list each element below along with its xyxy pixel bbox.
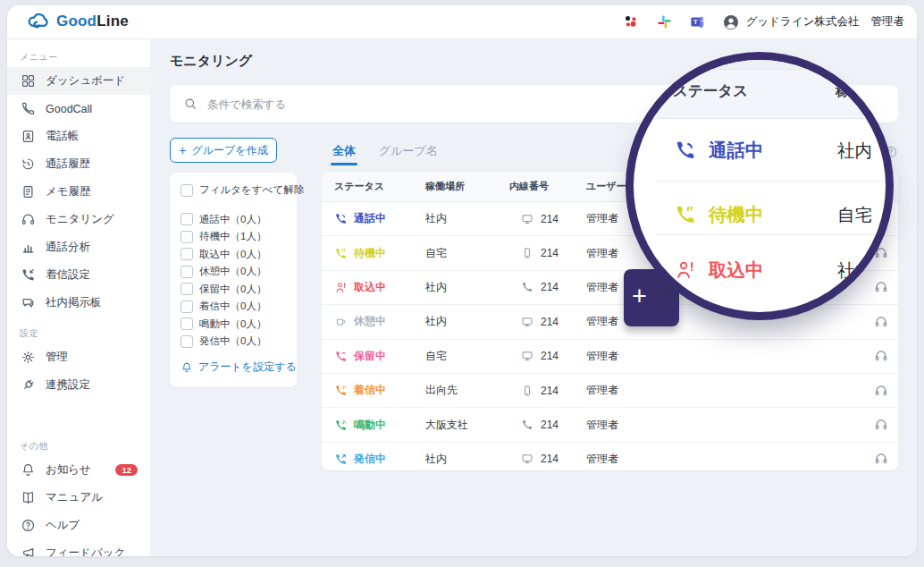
- monitor-icon: [521, 453, 533, 465]
- teams-icon[interactable]: T: [689, 13, 706, 30]
- filter-checkbox-item[interactable]: 休憩中（0人）: [181, 263, 297, 281]
- status-label: 発信中: [354, 452, 386, 467]
- filter-label: 保留中（0人）: [199, 283, 266, 296]
- filter-checkbox-item[interactable]: 保留中（0人）: [181, 281, 297, 299]
- status-label: 取込中: [354, 280, 386, 295]
- phonebook-icon: [21, 129, 36, 144]
- checkbox[interactable]: [181, 184, 193, 197]
- table-row: 保留中自宅214管理者: [322, 340, 898, 374]
- create-group-button[interactable]: + グループを作成: [170, 138, 277, 163]
- set-alert-link[interactable]: アラートを設定する: [181, 360, 297, 375]
- listen-in-headset-icon[interactable]: [874, 315, 888, 329]
- sidebar-item[interactable]: フィードバック: [7, 539, 150, 556]
- account-menu[interactable]: グッドライン株式会社 管理者: [722, 13, 904, 31]
- magnified-location: 社内: [837, 139, 872, 163]
- sidebar-section: メニューダッシュボードGoodCall電話帳通話履歴メモ履歴モニタリング通話分析…: [7, 51, 150, 317]
- sidebar-item[interactable]: メモ履歴: [7, 178, 150, 206]
- sidebar-item-label: ダッシュボード: [46, 73, 125, 89]
- dots-app-icon[interactable]: [623, 13, 640, 30]
- filter-checkbox-item[interactable]: 鳴動中（0人）: [181, 316, 297, 334]
- extension-number: 214: [541, 453, 559, 465]
- user-role: 管理者: [871, 14, 905, 30]
- headset-icon: [21, 212, 36, 227]
- history-icon: [21, 157, 36, 172]
- sidebar-item-label: モニタリング: [46, 212, 114, 227]
- sidebar-item[interactable]: GoodCall: [7, 95, 150, 123]
- sidebar-item-label: 連携設定: [46, 377, 90, 393]
- extension-number: 214: [541, 385, 559, 397]
- header-location: 稼働場所: [425, 180, 509, 193]
- checkbox[interactable]: [181, 317, 193, 330]
- sidebar: メニューダッシュボードGoodCall電話帳通話履歴メモ履歴モニタリング通話分析…: [7, 38, 150, 556]
- checkbox[interactable]: [181, 300, 193, 313]
- extension-number: 214: [541, 247, 559, 259]
- checkbox[interactable]: [181, 283, 193, 295]
- filter-checkbox-item[interactable]: 取込中（0人）: [181, 246, 297, 264]
- sidebar-item-label: 着信設定: [46, 267, 90, 283]
- tab-all[interactable]: 全体: [332, 143, 356, 165]
- checkbox[interactable]: [181, 266, 193, 278]
- phone-icon: [21, 101, 36, 116]
- status-label: 保留中: [354, 349, 386, 364]
- listen-in-headset-icon[interactable]: [874, 452, 888, 466]
- extension-number: 214: [541, 281, 559, 293]
- table-row: 発信中社内214管理者: [322, 443, 898, 470]
- page-title: モニタリング: [170, 53, 252, 70]
- magnified-row: 通話中社内: [634, 129, 886, 172]
- filter-checkbox-item[interactable]: 待機中（1人）: [181, 228, 297, 246]
- extension-number: 214: [541, 213, 559, 225]
- sidebar-item[interactable]: 電話帳: [7, 123, 150, 150]
- sidebar-item-label: フィードバック: [46, 546, 125, 556]
- sidebar-item[interactable]: 着信設定: [7, 261, 150, 289]
- filter-checkbox-item[interactable]: 着信中（0人）: [181, 298, 297, 316]
- filter-label: 通話中（0人）: [199, 213, 266, 226]
- checkbox[interactable]: [181, 335, 193, 348]
- sidebar-item[interactable]: 連携設定: [7, 371, 150, 399]
- location-cell: 社内: [425, 314, 509, 329]
- phone-ring-icon: [334, 419, 348, 432]
- help-icon: [21, 518, 36, 533]
- listen-in-headset-icon[interactable]: [874, 384, 888, 398]
- sidebar-item-label: 通話分析: [46, 240, 90, 255]
- sidebar-item-label: お知らせ: [46, 462, 91, 478]
- checkbox[interactable]: [181, 248, 193, 260]
- filter-label: 待機中（1人）: [199, 230, 266, 243]
- listen-in-headset-icon[interactable]: [874, 418, 888, 432]
- sidebar-item[interactable]: 通話分析: [7, 233, 150, 261]
- avatar-icon: [722, 13, 740, 31]
- location-cell: 出向先: [425, 383, 509, 398]
- sidebar-item[interactable]: ヘルプ: [7, 512, 150, 539]
- user-cell: 管理者: [586, 383, 868, 398]
- search-input[interactable]: [206, 90, 710, 119]
- checkbox[interactable]: [181, 231, 193, 243]
- sidebar-item[interactable]: お知らせ12: [7, 456, 150, 484]
- manual-icon: [21, 490, 36, 505]
- person-alert-icon: [674, 258, 697, 282]
- listen-in-headset-icon[interactable]: [874, 349, 888, 363]
- filter-checkbox-item[interactable]: 通話中（0人）: [181, 211, 297, 229]
- sidebar-item[interactable]: マニュアル: [7, 484, 150, 512]
- sidebar-item[interactable]: 社内掲示板: [7, 289, 150, 317]
- slack-icon[interactable]: [656, 13, 673, 30]
- table-row: 着信中出向先214管理者: [322, 374, 898, 408]
- svg-text:T: T: [693, 18, 698, 26]
- monitor-icon: [521, 213, 533, 225]
- sidebar-item[interactable]: モニタリング: [7, 206, 150, 233]
- listen-in-headset-icon[interactable]: [874, 280, 888, 294]
- filter-checkbox-item[interactable]: 発信中（0人）: [181, 333, 297, 351]
- receiver-icon: [521, 281, 533, 293]
- sidebar-item[interactable]: 通話履歴: [7, 150, 150, 178]
- sidebar-item[interactable]: ダッシュボード: [7, 67, 150, 95]
- plus-icon: +: [179, 144, 186, 157]
- receiver-icon: [521, 419, 533, 431]
- monitor-icon: [521, 316, 533, 328]
- sidebar-item-label: ヘルプ: [46, 518, 80, 533]
- sidebar-item[interactable]: 管理: [7, 343, 150, 371]
- memo-icon: [21, 184, 36, 199]
- tab-group-name[interactable]: グループ名: [379, 143, 438, 165]
- filter-label: 取込中（0人）: [199, 248, 266, 261]
- sidebar-item-label: マニュアル: [46, 490, 103, 505]
- sidebar-item-label: 管理: [46, 350, 68, 365]
- filter-clear-all[interactable]: フィルタをすべて解除: [181, 182, 297, 199]
- checkbox[interactable]: [181, 213, 193, 225]
